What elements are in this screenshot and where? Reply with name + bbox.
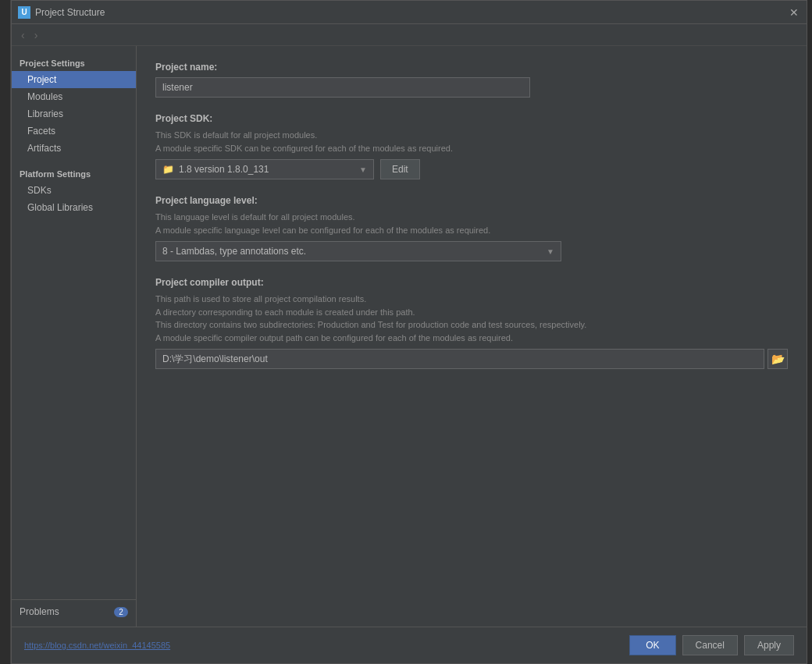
sidebar-item-project[interactable]: Project bbox=[12, 71, 136, 88]
back-button[interactable]: ‹ bbox=[18, 27, 28, 43]
project-name-section: Project name: bbox=[155, 62, 788, 98]
project-language-level-label: Project language level: bbox=[155, 195, 788, 206]
footer-url: https://blog.csdn.net/weixin_44145585 bbox=[24, 641, 623, 650]
sidebar: Project Settings Project Modules Librari… bbox=[12, 46, 137, 627]
problems-badge: 2 bbox=[114, 607, 128, 617]
close-button[interactable]: ✕ bbox=[788, 6, 800, 19]
cancel-button[interactable]: Cancel bbox=[682, 635, 738, 655]
project-compiler-output-desc: This path is used to store all project c… bbox=[155, 293, 788, 344]
sidebar-item-problems[interactable]: Problems 2 bbox=[12, 603, 136, 620]
project-language-level-section: Project language level: This language le… bbox=[155, 195, 788, 261]
sidebar-top: Project Settings Project Modules Librari… bbox=[12, 52, 136, 599]
project-language-level-desc: This language level is default for all p… bbox=[155, 211, 788, 236]
language-dropdown-arrow: ▼ bbox=[547, 247, 554, 256]
platform-settings-label: Platform Settings bbox=[12, 166, 136, 182]
ide-left-strip bbox=[0, 0, 11, 664]
nav-bar: ‹ › bbox=[12, 24, 807, 46]
sidebar-item-artifacts[interactable]: Artifacts bbox=[12, 140, 136, 157]
project-compiler-output-section: Project compiler output: This path is us… bbox=[155, 277, 788, 369]
content-area: Project Settings Project Modules Librari… bbox=[12, 46, 807, 627]
browse-folder-button[interactable]: 📂 bbox=[767, 349, 788, 369]
sidebar-item-libraries[interactable]: Libraries bbox=[12, 105, 136, 123]
project-sdk-desc1: This SDK is default for all project modu… bbox=[155, 129, 788, 154]
dialog-title: Project Structure bbox=[35, 7, 105, 18]
sdk-edit-button[interactable]: Edit bbox=[380, 159, 420, 179]
apply-button[interactable]: Apply bbox=[744, 635, 794, 655]
sidebar-wrapper: Project Settings Project Modules Librari… bbox=[12, 52, 136, 620]
project-sdk-section: Project SDK: This SDK is default for all… bbox=[155, 113, 788, 179]
title-bar-left: U Project Structure bbox=[18, 6, 105, 19]
sdk-dropdown-inner: 📁 1.8 version 1.8.0_131 bbox=[162, 164, 359, 175]
project-name-input[interactable] bbox=[155, 77, 530, 98]
sdk-row: 📁 1.8 version 1.8.0_131 ▼ Edit bbox=[155, 159, 788, 179]
project-compiler-output-label: Project compiler output: bbox=[155, 277, 788, 288]
sdk-dropdown-arrow: ▼ bbox=[359, 165, 367, 174]
sidebar-item-modules[interactable]: Modules bbox=[12, 88, 136, 105]
forward-button[interactable]: › bbox=[31, 27, 41, 43]
title-bar: U Project Structure ✕ bbox=[12, 1, 807, 24]
compiler-output-path-input[interactable] bbox=[155, 349, 764, 369]
main-panel: Project name: Project SDK: This SDK is d… bbox=[137, 46, 807, 627]
project-settings-label: Project Settings bbox=[12, 55, 136, 71]
project-name-label: Project name: bbox=[155, 62, 788, 73]
sdk-folder-icon: 📁 bbox=[162, 164, 174, 175]
ok-button[interactable]: OK bbox=[629, 635, 675, 655]
sidebar-item-sdks[interactable]: SDKs bbox=[12, 182, 136, 199]
project-sdk-label: Project SDK: bbox=[155, 113, 788, 124]
sidebar-item-global-libraries[interactable]: Global Libraries bbox=[12, 199, 136, 216]
sdk-dropdown[interactable]: 📁 1.8 version 1.8.0_131 ▼ bbox=[155, 159, 374, 179]
project-structure-dialog: U Project Structure ✕ ‹ › Project Settin… bbox=[11, 0, 807, 664]
output-path-row: 📂 bbox=[155, 349, 788, 369]
folder-icon: 📂 bbox=[771, 353, 785, 365]
dialog-footer: https://blog.csdn.net/weixin_44145585 OK… bbox=[12, 627, 807, 663]
app-icon: U bbox=[18, 6, 30, 19]
sidebar-item-facets[interactable]: Facets bbox=[12, 123, 136, 140]
language-level-dropdown[interactable]: 8 - Lambdas, type annotations etc. ▼ bbox=[155, 241, 561, 261]
